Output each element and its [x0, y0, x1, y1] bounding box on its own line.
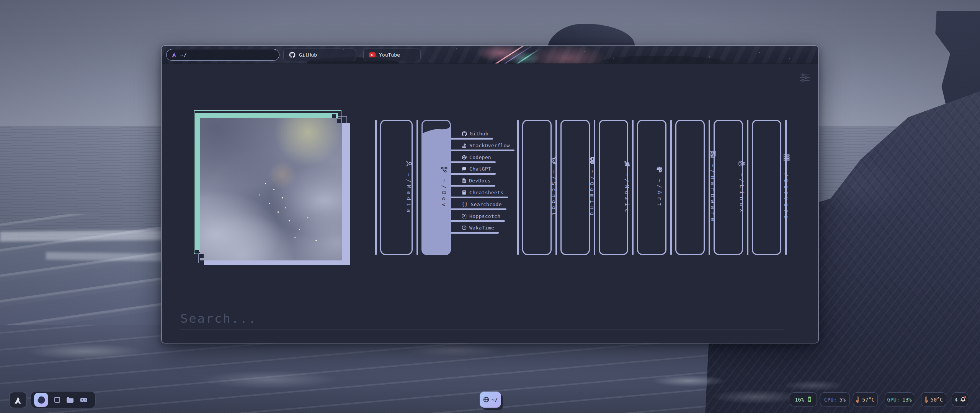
link-github[interactable]: Github [451, 130, 492, 138]
book-hardware[interactable]: ~/Hardware [675, 120, 705, 255]
link-searchcode[interactable]: {} Searchcode [451, 200, 505, 208]
link-underline [451, 150, 514, 151]
url-text: ~/ [180, 52, 187, 58]
git-branch-icon [441, 166, 448, 173]
shelf-divider [375, 120, 377, 255]
document-icon [462, 178, 466, 183]
arch-arrow-icon [13, 395, 23, 405]
book-servers[interactable]: ~/Servers [752, 120, 781, 255]
browser-window: ~/ GitHub YouTube [161, 46, 819, 343]
linux-penguin-icon [738, 160, 746, 167]
link-devdocs[interactable]: DevDocs [451, 177, 494, 185]
link-underline [451, 197, 508, 198]
sliders-icon[interactable] [799, 73, 810, 82]
thermometer-icon [856, 397, 859, 403]
link-label: WakaTime [469, 225, 494, 231]
book-label: ~/Dev [441, 179, 447, 209]
wallpaper-rock [918, 11, 980, 137]
link-hoppscotch[interactable]: Hoppscotch [451, 212, 503, 220]
book-label: ~/School [551, 170, 557, 218]
search-bar [180, 307, 784, 330]
games-app[interactable] [80, 397, 88, 403]
cpu-temp-value: 57°C [862, 397, 875, 403]
firefox-app-active[interactable] [34, 393, 48, 407]
tray-cpu-temp[interactable]: 57°C [853, 392, 878, 406]
link-codepen[interactable]: Codepen [451, 153, 494, 161]
ram-value: 16% [795, 397, 804, 403]
book-label: ~/Linux [739, 172, 745, 215]
link-wakatime[interactable]: WakaTime [451, 224, 497, 232]
book-gaming[interactable]: ~/Gaming [560, 120, 590, 255]
search-input[interactable] [180, 307, 784, 330]
book-school[interactable]: ~/School [522, 120, 552, 255]
link-label: DevDocs [469, 178, 491, 184]
link-label: Searchcode [470, 202, 501, 207]
gamepad-icon [80, 397, 88, 403]
graduation-cap-icon [550, 157, 557, 164]
tray-ram[interactable]: 16% [790, 392, 817, 406]
user-icon [405, 160, 413, 167]
shelf-divider [517, 120, 519, 255]
thermometer-icon [924, 397, 928, 403]
taskbar-home-button[interactable]: ~/ [480, 392, 501, 408]
frame-handle [332, 114, 336, 118]
files-app[interactable] [66, 397, 74, 403]
tray-gpu[interactable]: GPU: 13% [885, 392, 914, 406]
link-underline [451, 161, 496, 163]
desktop: ~/ GitHub YouTube [0, 0, 980, 413]
frame-handle [200, 254, 204, 258]
cpu-label: CPU: [824, 397, 837, 403]
notification-dot [964, 396, 966, 398]
link-underline [451, 138, 493, 140]
taskbar-apps [31, 391, 96, 408]
book-dev[interactable]: ~/Dev [421, 120, 451, 255]
memory-chip-icon [807, 397, 812, 402]
frame-handle [195, 250, 199, 254]
link-chatgpt[interactable]: ChatGPT [451, 165, 494, 173]
gpu-value: 13% [902, 397, 911, 403]
clock-icon [462, 225, 467, 230]
music-note-icon [624, 160, 630, 167]
hoppscotch-icon [462, 214, 467, 219]
link-underline [451, 232, 499, 234]
folder-icon [66, 397, 74, 403]
book-art[interactable]: ~/Art [637, 120, 666, 255]
link-label: ChatGPT [469, 166, 491, 172]
tab-youtube[interactable]: YouTube [363, 49, 421, 61]
browser-logo-icon [171, 52, 177, 58]
book-music[interactable]: ~/Music [599, 120, 628, 255]
book-linux[interactable]: ~/Linux [714, 120, 743, 255]
album-art-image[interactable] [200, 118, 342, 260]
link-stackoverflow[interactable]: StackOverflow [451, 141, 513, 150]
frame-handle [337, 119, 341, 123]
tab-label: YouTube [379, 52, 400, 58]
shelf-divider [416, 120, 418, 255]
window-app[interactable] [54, 397, 60, 403]
link-label: Codepen [469, 154, 491, 160]
shelf-divider [670, 120, 672, 255]
media-artwork [194, 110, 351, 267]
gamepad-icon [590, 157, 595, 164]
window-outline-icon [54, 397, 60, 403]
github-icon [462, 131, 467, 137]
link-label: Cheatsheets [469, 190, 503, 195]
tab-github[interactable]: GitHub [283, 49, 356, 61]
link-underline [451, 208, 506, 210]
book-label: ~/Gaming [589, 170, 595, 218]
link-cheatsheets[interactable]: Cheatsheets [451, 189, 506, 197]
tray-notifications[interactable]: 4 [952, 392, 968, 406]
chat-bubble-icon [462, 166, 467, 171]
tray-gpu-temp[interactable]: 50°C [921, 392, 946, 406]
bookshelf: ~/Media ~/Dev [375, 120, 787, 255]
link-label: Github [470, 131, 488, 137]
start-button[interactable] [9, 392, 27, 408]
codepen-icon [462, 155, 467, 160]
artwork-sparkles [162, 46, 162, 47]
gpu-label: GPU: [887, 397, 900, 403]
url-bar[interactable]: ~/ [166, 49, 279, 61]
link-label: StackOverflow [469, 143, 510, 148]
book-media[interactable]: ~/Media [380, 120, 413, 255]
firefox-icon [37, 395, 46, 405]
book-label: ~/Music [624, 172, 630, 215]
tray-cpu[interactable]: CPU: 5% [820, 392, 850, 406]
